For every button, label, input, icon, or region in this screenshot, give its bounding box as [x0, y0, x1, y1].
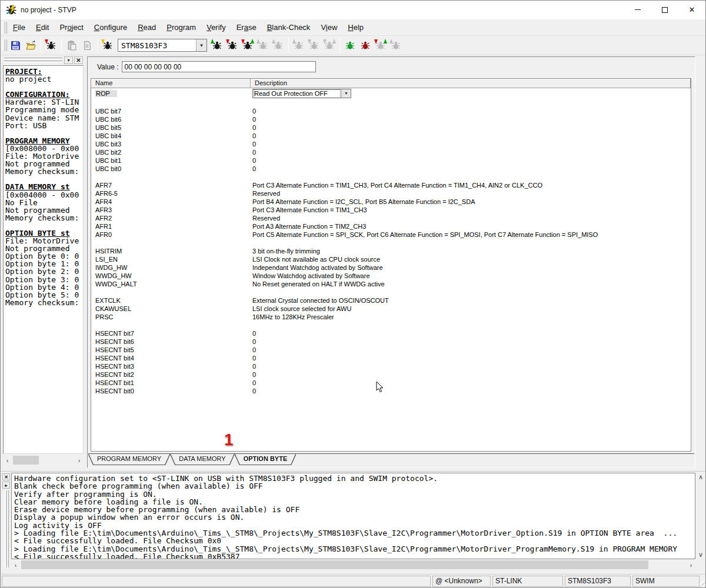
option-row-hsecnt-bit7[interactable]: HSECNT bit70	[91, 329, 691, 338]
option-row-hsecnt-bit1[interactable]: HSECNT bit10	[91, 379, 691, 387]
menu-erase[interactable]: Erase	[231, 19, 262, 36]
scrollbar-thumb[interactable]	[21, 560, 648, 569]
sidebar-horizontal-scrollbar[interactable]: ‹ ›	[3, 455, 84, 465]
log-popout-button[interactable]: ▸	[2, 482, 10, 489]
dock-grip[interactable]	[4, 61, 62, 62]
menu-verify[interactable]: Verify	[201, 19, 231, 36]
menu-project[interactable]: Project	[54, 19, 88, 36]
option-byte-page: Value : Name Description ROPRead Out Pro…	[87, 56, 695, 468]
column-header-name[interactable]: Name	[91, 79, 251, 88]
option-row-iwdg-hw[interactable]: IWDG_HWIndependant Watchdog activated by…	[91, 263, 691, 272]
option-row-afr7[interactable]: AFR7Port C3 Alternate Function = TIM1_CH…	[91, 181, 691, 189]
option-row-ubc-bit4[interactable]: UBC bit40	[91, 132, 691, 140]
scroll-left-icon[interactable]: ‹	[3, 456, 12, 465]
dock-panel-header[interactable]: ▾ ✕	[3, 56, 84, 65]
rop-combobox-dropdown-button[interactable]: ▼	[341, 89, 351, 98]
option-row-prsc[interactable]: PRSC16MHz to 128KHz Prescaler	[91, 313, 691, 321]
menu-configure[interactable]: Configure	[89, 19, 132, 36]
menu-program[interactable]: Program	[161, 19, 201, 36]
select-device-button[interactable]	[101, 38, 115, 52]
scroll-right-icon[interactable]: ›	[687, 560, 695, 569]
option-row-rop[interactable]: ROPRead Out Protection OFF▼	[91, 88, 691, 99]
option-row-afr3[interactable]: AFR3Port C3 Alternate Function = TIM1_CH…	[91, 206, 691, 214]
scroll-right-icon[interactable]: ›	[75, 456, 84, 465]
option-row-hsecnt-bit4[interactable]: HSECNT bit40	[91, 354, 691, 362]
program-current-auto-button[interactable]	[44, 38, 58, 52]
view-file-button[interactable]	[80, 38, 94, 52]
minimize-button[interactable]	[624, 1, 651, 19]
option-row-hsitrim[interactable]: HSITRIM3 bit on-the-fly trimming	[91, 247, 691, 255]
program-active-sectors-button[interactable]	[307, 38, 321, 52]
option-row-wwdg-halt[interactable]: WWDG_HALTNo Reset generated on HALT if W…	[91, 280, 691, 288]
scrollbar-thumb[interactable]	[13, 456, 39, 465]
value-input[interactable]	[122, 61, 316, 72]
menu-view[interactable]: View	[315, 19, 342, 36]
menu-help[interactable]: Help	[342, 19, 369, 36]
read-current-tab-button[interactable]	[210, 38, 224, 52]
option-row-ubc-bit2[interactable]: UBC bit20	[91, 148, 691, 156]
program-current-tab-button[interactable]	[225, 38, 239, 52]
log-vertical-scrollbar[interactable]: ∧ ∨	[696, 473, 705, 559]
program-all-tabs-button[interactable]	[358, 38, 372, 52]
verify-active-sectors-button[interactable]	[322, 38, 337, 52]
option-row-ckawusel[interactable]: CKAWUSELLSI clock source selected for AW…	[91, 305, 691, 313]
erase-current-tab-button[interactable]	[256, 38, 270, 52]
close-button[interactable]: ✕	[678, 1, 705, 19]
read-active-sectors-button[interactable]	[292, 38, 306, 52]
toolbar-grip[interactable]	[2, 39, 5, 51]
option-row-ubc-bit5[interactable]: UBC bit50	[91, 123, 691, 132]
menu-edit[interactable]: Edit	[31, 19, 54, 36]
option-row-ubc-bit1[interactable]: UBC bit10	[91, 156, 691, 165]
option-row-afr1[interactable]: AFR1Port A3 Alternate Function = TIM2_CH…	[91, 222, 691, 230]
chip-bug-icon	[345, 41, 355, 50]
tab-data-memory[interactable]: DATA MEMORY	[171, 454, 234, 465]
scroll-down-icon[interactable]: ∨	[697, 550, 705, 559]
option-row-ubc-bit7[interactable]: UBC bit70	[91, 107, 691, 115]
option-row-hsecnt-bit5[interactable]: HSECNT bit50	[91, 346, 691, 354]
dock-grip[interactable]	[4, 58, 62, 59]
read-all-tabs-button[interactable]	[343, 38, 357, 52]
rop-combobox[interactable]: Read Out Protection OFF▼	[252, 89, 351, 98]
tab-program-memory[interactable]: PROGRAM MEMORY	[89, 454, 169, 465]
blank-check-current-tab-button[interactable]	[271, 38, 285, 52]
option-row-hsecnt-bit0[interactable]: HSECNT bit00	[91, 387, 691, 395]
option-row-ubc-bit6[interactable]: UBC bit60	[91, 115, 691, 123]
log-close-button[interactable]: ✕	[2, 473, 10, 480]
option-row-afr0[interactable]: AFR0Port C5 Alternate Function = SPI_SCK…	[91, 230, 691, 239]
option-row-lsi-en[interactable]: LSI_ENLSI Clock not available as CPU clo…	[91, 255, 691, 263]
tab-option-byte[interactable]: OPTION BYTE	[235, 454, 296, 465]
column-header-description[interactable]: Description	[251, 79, 691, 88]
dock-close-button[interactable]: ✕	[74, 56, 83, 64]
menu-read[interactable]: Read	[132, 19, 161, 36]
device-combobox-dropdown-button[interactable]: ▼	[196, 39, 207, 51]
option-row-afr4[interactable]: AFR4Port B4 Alternate Function = I2C_SCL…	[91, 198, 691, 206]
verify-current-tab-button[interactable]	[241, 38, 255, 52]
option-row-hsecnt-bit3[interactable]: HSECNT bit30	[91, 362, 691, 370]
verify-all-tabs-button[interactable]	[374, 38, 388, 52]
dock-menu-button[interactable]: ▾	[64, 56, 73, 64]
option-row-wwdg-hw[interactable]: WWDG_HWWindow Watchdog activated by Soft…	[91, 272, 691, 280]
scroll-up-icon[interactable]: ∧	[697, 473, 705, 482]
option-row-ubc-bit0[interactable]: UBC bit00	[91, 165, 691, 173]
option-row-hsecnt-bit2[interactable]: HSECNT bit20	[91, 370, 691, 379]
menubar-grip[interactable]	[2, 22, 5, 34]
option-row-extclk[interactable]: EXTCLKExternal Crystal connected to OSCI…	[91, 296, 691, 305]
open-button[interactable]	[24, 38, 38, 52]
option-row-hsecnt-bit6[interactable]: HSECNT bit60	[91, 338, 691, 346]
option-row-afr2[interactable]: AFR2Reserved	[91, 214, 691, 222]
toolbar-separator	[97, 38, 98, 52]
menu-file[interactable]: File	[8, 19, 31, 36]
maximize-button[interactable]	[651, 1, 678, 19]
blank-check-all-button[interactable]	[389, 38, 403, 52]
device-combobox[interactable]: STM8S103F3 ▼	[118, 39, 207, 52]
log-grip[interactable]	[4, 490, 7, 567]
option-row-ubc-bit3[interactable]: UBC bit30	[91, 140, 691, 148]
save-button[interactable]	[8, 38, 22, 52]
paste-button[interactable]	[65, 38, 79, 52]
menu-blank-check[interactable]: Blank-Check	[262, 19, 316, 36]
option-row-afr6-5[interactable]: AFR6-5Reserved	[91, 189, 691, 198]
scroll-left-icon[interactable]: ‹	[11, 560, 20, 569]
gray-up-arrow-icon	[292, 39, 296, 44]
log-horizontal-scrollbar[interactable]: ‹ ›	[11, 560, 695, 570]
mouse-cursor	[376, 382, 384, 393]
